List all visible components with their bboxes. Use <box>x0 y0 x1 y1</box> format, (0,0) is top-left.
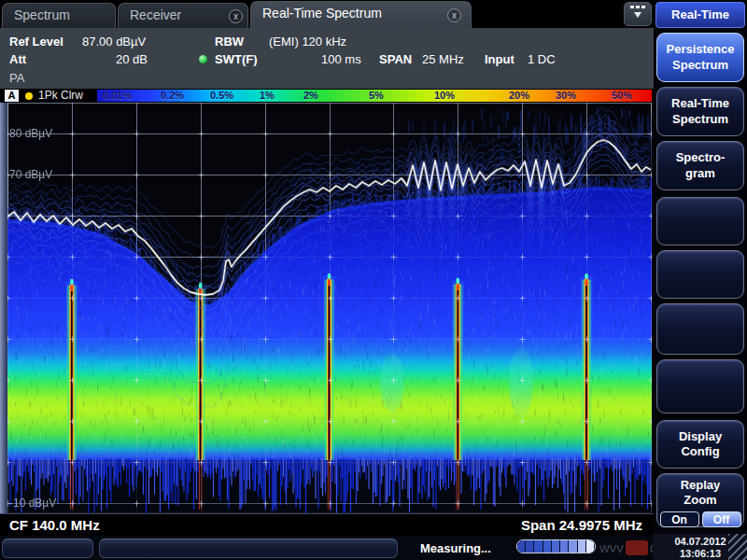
softkey-sidebar: Real-Time Persistence Spectrum Real-Time… <box>654 0 747 560</box>
replay-zoom-toggle: On Off <box>660 511 741 527</box>
scale-tick: 5% <box>369 90 384 102</box>
replay-zoom-off-button[interactable]: Off <box>702 511 741 527</box>
scale-tick: 0.01% <box>103 90 132 102</box>
trace-mode-label[interactable]: 1Pk Clrw <box>38 89 83 103</box>
span-frequency-value[interactable]: Span 24.9975 MHz <box>521 517 642 533</box>
density-color-scale: 0.01% 0.2% 0.5% 1% 2% 5% 10% 20% 30% 50% <box>97 90 652 102</box>
softkey-empty-2[interactable] <box>656 250 744 299</box>
att-value[interactable]: 20 dB <box>116 52 148 66</box>
center-frequency-value[interactable]: CF 140.0 MHz <box>9 517 100 533</box>
scale-tick: 0.2% <box>161 90 184 102</box>
scale-tick: 1% <box>260 90 275 102</box>
amplitude-tick-label: 70 dBµV <box>9 168 52 181</box>
watermark-logo-icon <box>626 540 648 555</box>
close-icon[interactable]: x <box>229 9 243 23</box>
datetime-panel: 04.07.2012 13:06:13 <box>654 534 747 560</box>
softkey-empty-4[interactable] <box>656 359 744 413</box>
tab-overview-button[interactable] <box>624 2 652 26</box>
input-value[interactable]: 1 DC <box>528 52 556 66</box>
softkey-realtime-spectrum[interactable]: Real-Time Spectrum <box>656 87 744 136</box>
softkey-display-config[interactable]: Display Config <box>656 420 744 469</box>
scale-tick: 50% <box>612 90 632 102</box>
toolbar-button-left[interactable] <box>2 539 93 558</box>
tab-label: Receiver <box>130 7 181 22</box>
tab-label: Real-Time Spectrum <box>262 6 382 21</box>
tab-bar: Spectrum Receiver x Real-Time Spectrum x <box>0 0 654 28</box>
persistence-graph: 80 dBµV 70 dBµV -10 dBµV <box>7 103 652 513</box>
trace-bar: A 1Pk Clrw 0.01% 0.2% 0.5% 1% 2% 5% 10% … <box>0 89 654 103</box>
trace-color-icon <box>25 92 33 100</box>
rbw-label[interactable]: RBW <box>215 35 244 49</box>
scale-tick: 20% <box>509 90 529 102</box>
tab-spectrum[interactable]: Spectrum <box>2 3 116 28</box>
tab-label: Spectrum <box>14 7 70 22</box>
display-left-border <box>0 103 7 513</box>
tab-grid-icon <box>628 3 647 21</box>
softkey-empty-1[interactable] <box>656 197 744 245</box>
replay-zoom-label: Replay Zoom <box>681 478 721 509</box>
measuring-status: Measuring... <box>420 541 491 555</box>
swt-value[interactable]: 100 ms <box>321 52 361 66</box>
input-label[interactable]: Input <box>485 52 514 66</box>
scale-tick: 10% <box>434 90 455 102</box>
amplitude-tick-label: 80 dBµV <box>9 127 52 140</box>
preamp-label: PA <box>9 71 24 85</box>
scale-tick: 2% <box>303 90 318 102</box>
rbw-value[interactable]: (EMI) 120 kHz <box>269 35 346 49</box>
analyzer-screen: Spectrum Receiver x Real-Time Spectrum x… <box>0 0 747 560</box>
settings-header: Ref Level 87.00 dBµV RBW (EMI) 120 kHz A… <box>0 28 654 89</box>
softkey-spectrogram[interactable]: Spectro- gram <box>656 141 744 190</box>
scale-tick: 30% <box>556 90 576 102</box>
span-label[interactable]: SPAN <box>379 52 412 66</box>
ref-level-label[interactable]: Ref Level <box>9 35 63 49</box>
close-icon[interactable]: x <box>447 8 461 22</box>
span-value[interactable]: 25 MHz <box>422 52 464 66</box>
persistence-display <box>7 103 652 513</box>
window-badge: A <box>5 90 19 102</box>
softkey-menu-title: Real-Time <box>655 2 745 28</box>
softkey-replay-zoom[interactable]: Replay Zoom On Off <box>656 473 744 527</box>
toolbar-button-wide[interactable] <box>99 539 398 558</box>
softkey-empty-3[interactable] <box>656 303 744 355</box>
sweep-led-icon <box>199 55 207 63</box>
replay-zoom-on-button[interactable]: On <box>660 511 699 527</box>
swt-label[interactable]: SWT(F) <box>215 52 257 66</box>
att-label[interactable]: Att <box>9 52 26 66</box>
sweep-progress-bar <box>516 539 596 553</box>
tab-receiver[interactable]: Receiver x <box>118 3 248 28</box>
corner-grip-icon <box>728 534 747 560</box>
amplitude-tick-label: -10 dBµV <box>9 497 56 510</box>
scale-tick: 0.5% <box>210 90 233 102</box>
frequency-footer: CF 140.0 MHz Span 24.9975 MHz <box>0 513 654 536</box>
ref-level-value[interactable]: 87.00 dBµV <box>82 35 146 49</box>
tab-realtime-spectrum[interactable]: Real-Time Spectrum x <box>250 1 472 28</box>
softkey-persistence-spectrum[interactable]: Persistence Spectrum <box>656 33 744 82</box>
status-bar: Measuring... wvvcentronic <box>0 536 654 560</box>
